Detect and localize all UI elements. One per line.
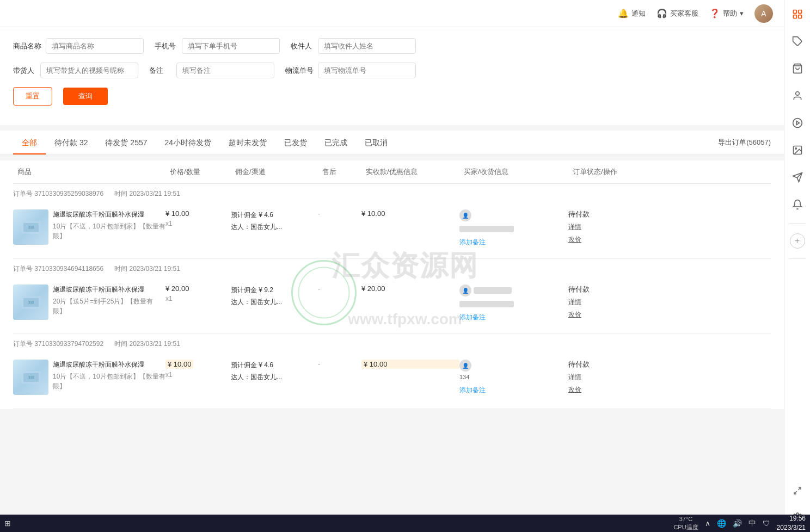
svg-point-7 bbox=[793, 119, 802, 128]
customer-service-button[interactable]: 🎧 买家客服 bbox=[656, 8, 698, 18]
svg-rect-2 bbox=[793, 15, 796, 18]
tabs-area: 全部 待付款 32 待发货 2557 24小时待发货 超时未发货 已发货 已完成… bbox=[0, 131, 784, 155]
svg-text:面膜: 面膜 bbox=[28, 376, 34, 379]
add-remark-1[interactable]: 添加备注 bbox=[459, 238, 568, 247]
buyer-info-blurred-1 bbox=[459, 226, 514, 232]
product-info-2: 施退玻尿酸冻干粉面膜补水保湿 20片【送5片=到手25片】【数量有限】 bbox=[53, 284, 165, 316]
price-change-link-3[interactable]: 改价 bbox=[568, 385, 581, 394]
buyer-avatar-row-3: 👤 bbox=[459, 360, 568, 372]
status-cell-2: 待付款 详情 改价 bbox=[568, 284, 655, 319]
col-price-qty: 价格/数量 bbox=[165, 167, 231, 177]
export-button[interactable]: 导出订单(56057) bbox=[718, 133, 771, 152]
orders-area: 商品 价格/数量 佣金/渠道 售后 实收款/优惠信息 买家/收货信息 订单状态/… bbox=[0, 160, 784, 409]
tab-24h-pending-ship[interactable]: 24小时待发货 bbox=[156, 131, 220, 154]
product-image-2: 面膜 bbox=[13, 284, 48, 320]
col-after-sale: 售后 bbox=[318, 167, 361, 177]
detail-link-2[interactable]: 详情 bbox=[568, 298, 581, 307]
buyer-avatar-1: 👤 bbox=[459, 209, 471, 221]
col-product: 商品 bbox=[13, 167, 165, 177]
sidebar-chart-icon[interactable] bbox=[789, 114, 806, 132]
taskbar-network-icon[interactable]: 🌐 bbox=[717, 519, 726, 528]
product-image-3: 面膜 bbox=[13, 360, 48, 395]
svg-text:面膜: 面膜 bbox=[28, 226, 34, 229]
query-button[interactable]: 查询 bbox=[63, 88, 108, 105]
status-text-3: 待付款 bbox=[568, 360, 590, 369]
status-cell-1: 待付款 详情 改价 bbox=[568, 209, 655, 244]
product-desc-3: 10片【不送，10片包邮到家】【数量有限】 bbox=[53, 372, 165, 391]
sidebar-send-icon[interactable] bbox=[789, 169, 806, 186]
filter-row-1: 商品名称 手机号 收件人 bbox=[13, 38, 771, 54]
influencer-input[interactable] bbox=[40, 63, 138, 78]
product-name-2: 施退玻尿酸冻干粉面膜补水保湿 bbox=[53, 284, 165, 294]
tab-pending-payment[interactable]: 待付款 32 bbox=[46, 131, 96, 154]
tab-completed[interactable]: 已完成 bbox=[316, 131, 356, 154]
receiver-label: 收件人 bbox=[291, 41, 314, 51]
sidebar-tag-icon[interactable] bbox=[789, 33, 806, 50]
remark-label: 备注 bbox=[149, 66, 172, 76]
product-name-input[interactable] bbox=[46, 38, 144, 54]
order-id-row-2: 订单号 3710330934694118656 时间 2023/03/21 19… bbox=[13, 259, 771, 279]
taskbar-right: 37°C CPU温度 ∧ 🌐 🔊 中 🛡 19:56 2023/3/21 bbox=[673, 514, 806, 532]
status-text-1: 待付款 bbox=[568, 209, 590, 219]
reset-button[interactable]: 重置 bbox=[13, 87, 52, 106]
svg-line-13 bbox=[798, 487, 801, 490]
price-change-link-1[interactable]: 改价 bbox=[568, 235, 581, 244]
detail-link-3[interactable]: 详情 bbox=[568, 373, 581, 382]
price-qty-cell-1: ¥ 10.00 x1 bbox=[165, 209, 231, 227]
column-headers: 商品 价格/数量 佣金/渠道 售后 实收款/优惠信息 买家/收货信息 订单状态/… bbox=[13, 160, 771, 184]
filter-actions: 重置 查询 bbox=[13, 87, 771, 106]
sidebar-home-icon[interactable] bbox=[789, 5, 806, 23]
sidebar-shop-icon[interactable] bbox=[789, 60, 806, 77]
buyer-avatar-row-2: 👤 bbox=[459, 284, 568, 296]
receiver-input[interactable] bbox=[318, 38, 416, 54]
svg-rect-0 bbox=[793, 10, 796, 14]
after-sale-cell-3: - bbox=[318, 360, 361, 368]
tab-overdue-ship[interactable]: 超时未发货 bbox=[220, 131, 275, 154]
product-name-3: 施退玻尿酸冻干粉面膜补水保湿 bbox=[53, 360, 165, 369]
svg-rect-1 bbox=[798, 10, 801, 14]
sidebar-expand-icon[interactable] bbox=[789, 482, 806, 499]
remark-input[interactable] bbox=[176, 63, 274, 78]
avatar[interactable]: A bbox=[754, 4, 773, 23]
sidebar-bell-icon[interactable] bbox=[789, 196, 806, 213]
buyer-cell-2: 👤 添加备注 bbox=[459, 284, 568, 322]
bell-icon: 🔔 bbox=[618, 8, 629, 18]
tab-all[interactable]: 全部 bbox=[13, 131, 46, 154]
notification-button[interactable]: 🔔 通知 bbox=[618, 8, 646, 18]
sidebar-image-icon[interactable] bbox=[789, 141, 806, 159]
after-sale-cell-2: - bbox=[318, 284, 361, 293]
taskbar-speaker-icon[interactable]: 🔊 bbox=[733, 519, 742, 528]
product-thumbnail-3: 面膜 bbox=[13, 360, 48, 395]
add-remark-2[interactable]: 添加备注 bbox=[459, 313, 568, 322]
buyer-avatar-2: 👤 bbox=[459, 284, 471, 296]
detail-link-1[interactable]: 详情 bbox=[568, 222, 581, 232]
price-change-link-2[interactable]: 改价 bbox=[568, 310, 581, 319]
taskbar-lang-icon[interactable]: 中 bbox=[748, 518, 756, 528]
taskbar-time[interactable]: 19:56 2023/3/21 bbox=[777, 514, 806, 532]
taskbar-antivirus-icon[interactable]: 🛡 bbox=[763, 519, 770, 528]
tab-pending-ship[interactable]: 待发货 2557 bbox=[96, 131, 156, 154]
commission-cell-3: 预计佣金 ¥ 4.6 达人：国岳女儿... bbox=[231, 360, 318, 383]
add-remark-3[interactable]: 添加备注 bbox=[459, 386, 568, 395]
filter-remark: 备注 bbox=[149, 63, 274, 78]
order-id-row-3: 订单号 3710330933794702592 时间 2023/03/21 19… bbox=[13, 334, 771, 354]
logistics-label: 物流单号 bbox=[285, 66, 314, 76]
help-button[interactable]: ❓ 帮助 ▾ bbox=[709, 8, 744, 18]
taskbar-chevron-icon[interactable]: ∧ bbox=[705, 519, 710, 528]
svg-point-6 bbox=[795, 92, 799, 96]
amount-cell-3: ¥ 10.00 bbox=[361, 360, 459, 369]
order-group-3: 订单号 3710330933794702592 时间 2023/03/21 19… bbox=[13, 334, 771, 409]
logistics-input[interactable] bbox=[318, 63, 416, 78]
svg-marker-8 bbox=[796, 121, 799, 125]
sidebar-person-icon[interactable] bbox=[789, 87, 806, 104]
svg-line-14 bbox=[794, 491, 797, 494]
tab-cancelled[interactable]: 已取消 bbox=[356, 131, 396, 154]
order-id-1: 订单号 3710330935259038976 bbox=[13, 189, 103, 199]
sidebar-add-button[interactable]: + bbox=[790, 233, 805, 249]
tab-shipped[interactable]: 已发货 bbox=[275, 131, 316, 154]
col-order-status: 订单状态/操作 bbox=[568, 167, 655, 177]
order-group-1: 订单号 3710330935259038976 时间 2023/03/21 19… bbox=[13, 184, 771, 259]
product-name-label: 商品名称 bbox=[13, 41, 41, 51]
phone-input[interactable] bbox=[182, 38, 280, 54]
filter-phone: 手机号 bbox=[155, 38, 280, 54]
